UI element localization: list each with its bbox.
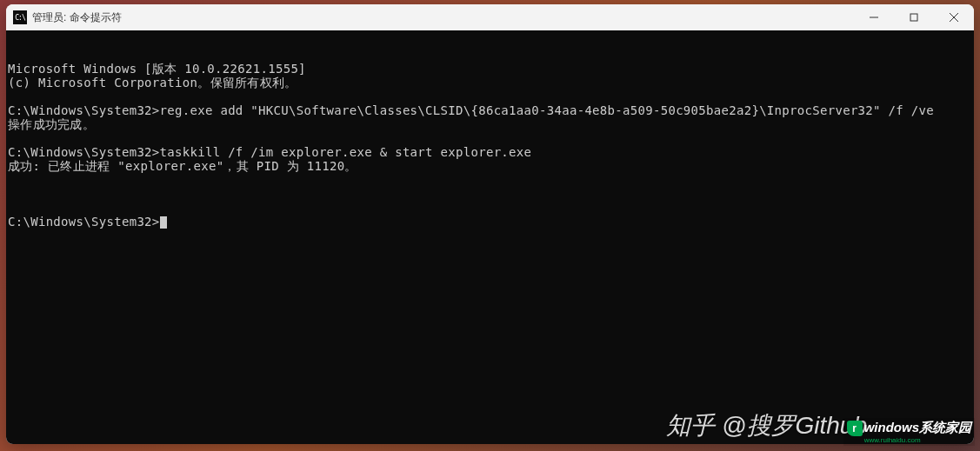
close-icon: [950, 13, 958, 22]
maximize-button[interactable]: [894, 4, 934, 30]
titlebar[interactable]: C:\ 管理员: 命令提示符: [6, 4, 974, 30]
terminal-line: 操作成功完成。: [8, 117, 972, 131]
terminal-cursor: [160, 216, 167, 229]
maximize-icon: [910, 13, 918, 22]
windows-watermark-sub: www.ruihaidu.com: [864, 436, 921, 444]
terminal-line: [8, 90, 972, 103]
terminal-line: C:\Windows\System32>taskkill /f /im expl…: [8, 145, 972, 159]
terminal-prompt-line: C:\Windows\System32>: [8, 215, 972, 229]
window-title: 管理员: 命令提示符: [32, 10, 122, 25]
minimize-icon: [870, 13, 878, 22]
terminal-line: C:\Windows\System32>reg.exe add "HKCU\So…: [8, 103, 972, 117]
zhihu-watermark: 知乎 @搜罗Github: [666, 409, 867, 442]
svg-rect-1: [910, 14, 917, 21]
minimize-button[interactable]: [854, 4, 894, 30]
close-button[interactable]: [934, 4, 974, 30]
terminal-area[interactable]: Microsoft Windows [版本 10.0.22621.1555](c…: [6, 30, 974, 444]
window-controls: [854, 4, 974, 30]
command-prompt-window: C:\ 管理员: 命令提示符 Microsoft Windows [版本 10.…: [6, 4, 974, 444]
windows-watermark-logo-icon: r: [847, 421, 863, 436]
terminal-line: Microsoft Windows [版本 10.0.22621.1555]: [8, 62, 972, 76]
terminal-line: [8, 131, 972, 145]
terminal-line: (c) Microsoft Corporation。保留所有权利。: [8, 76, 972, 90]
terminal-prompt: C:\Windows\System32>: [8, 215, 160, 229]
terminal-line: [8, 173, 972, 187]
windows-watermark-top: r windows系统家园: [847, 420, 971, 436]
terminal-line: 成功: 已终止进程 "explorer.exe"，其 PID 为 11120。: [8, 159, 972, 173]
windows-watermark: r windows系统家园 www.ruihaidu.com: [843, 418, 975, 446]
terminal-output: Microsoft Windows [版本 10.0.22621.1555](c…: [8, 62, 972, 187]
app-icon: C:\: [13, 10, 27, 24]
windows-watermark-text: windows系统家园: [864, 420, 971, 436]
